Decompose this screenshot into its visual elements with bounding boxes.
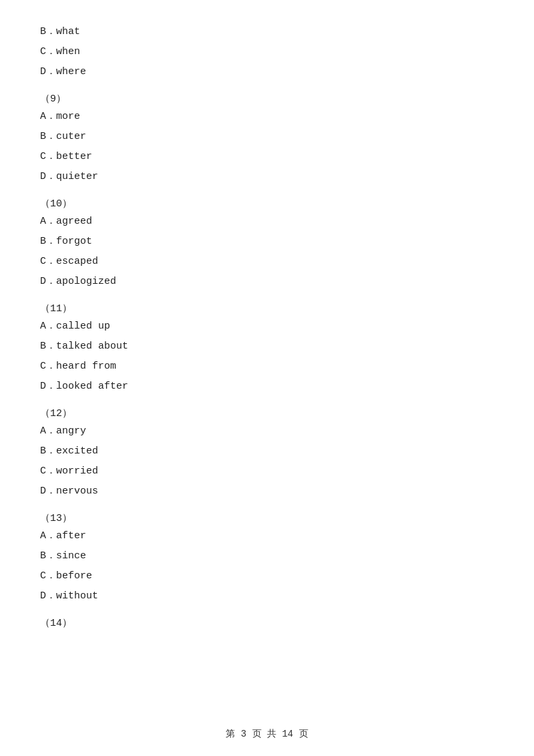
q12-option-a: A．angry [40, 423, 494, 439]
q10-option-a: A．agreed [40, 214, 494, 230]
q10-option-c: C．escaped [40, 254, 494, 270]
page-content: B．what C．when D．where （9） A．more B．cuter… [0, 0, 534, 673]
q13-option-c: C．before [40, 568, 494, 584]
q9-option-c: C．better [40, 149, 494, 165]
option-label: C．when [40, 46, 80, 57]
q9-option-d: D．quieter [40, 169, 494, 185]
q10-option-d: D．apologized [40, 274, 494, 290]
page-footer: 第 3 页 共 14 页 [0, 728, 534, 740]
option-b-what: B．what [40, 24, 494, 40]
option-c-when: C．when [40, 44, 494, 60]
question-11-options: A．called up B．talked about C．heard from … [40, 319, 494, 395]
q11-option-d: D．looked after [40, 379, 494, 395]
question-12-options: A．angry B．excited C．worried D．nervous [40, 423, 494, 500]
q9-option-b: B．cuter [40, 129, 494, 145]
option-group-top: B．what C．when D．where [40, 24, 494, 80]
q12-option-b: B．excited [40, 443, 494, 459]
q10-option-b: B．forgot [40, 234, 494, 250]
question-13-options: A．after B．since C．before D．without [40, 528, 494, 604]
question-12-number: （12） [40, 407, 494, 419]
question-10-options: A．agreed B．forgot C．escaped D．apologized [40, 214, 494, 290]
option-label: D．where [40, 66, 86, 77]
q12-option-c: C．worried [40, 463, 494, 480]
q11-option-b: B．talked about [40, 339, 494, 355]
q13-option-a: A．after [40, 528, 494, 544]
question-9-options: A．more B．cuter C．better D．quieter [40, 109, 494, 185]
option-label: B．what [40, 26, 80, 37]
q13-option-d: D．without [40, 588, 494, 604]
question-14-number: （14） [40, 616, 494, 629]
q11-option-a: A．called up [40, 319, 494, 335]
option-d-where: D．where [40, 64, 494, 80]
q11-option-c: C．heard from [40, 359, 494, 375]
question-11-number: （11） [40, 302, 494, 315]
question-9-number: （9） [40, 92, 494, 105]
q13-option-b: B．since [40, 548, 494, 564]
q9-option-a: A．more [40, 109, 494, 125]
q12-option-d: D．nervous [40, 484, 494, 500]
question-10-number: （10） [40, 197, 494, 210]
footer-text: 第 3 页 共 14 页 [226, 729, 308, 739]
question-13-number: （13） [40, 512, 494, 524]
